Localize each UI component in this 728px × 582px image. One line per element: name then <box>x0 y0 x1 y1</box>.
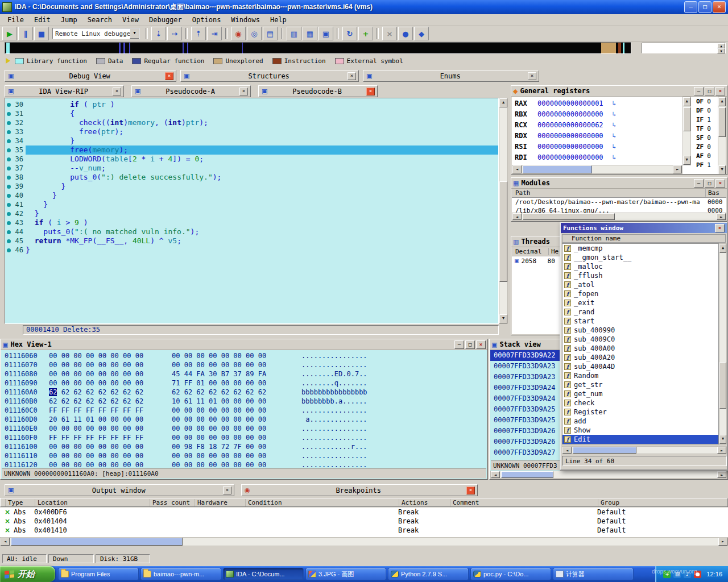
column-hex[interactable]: He <box>548 248 559 255</box>
scrollbar-thumb[interactable] <box>683 107 690 131</box>
spin-down-icon[interactable]: ▼ <box>717 48 725 53</box>
code-line[interactable]: 42 } <box>5 209 498 218</box>
register-row[interactable]: RSI0000000000000000↳ <box>515 141 680 152</box>
registers-horizontal-scrollbar[interactable]: ◄ ► <box>512 165 682 174</box>
minimize-panel-button[interactable]: – <box>694 87 704 95</box>
menu-jump[interactable]: Jump <box>56 15 82 25</box>
menu-options[interactable]: Options <box>187 15 226 25</box>
float-panel-button[interactable]: □ <box>705 87 714 95</box>
column-header-location[interactable]: Location <box>35 499 68 506</box>
scroll-left-icon[interactable]: ◄ <box>562 447 572 454</box>
register-value[interactable]: 0000000000000062 <box>537 121 603 129</box>
stop-process-button[interactable]: ■ <box>34 27 49 40</box>
hex-row[interactable]: 011160D020 61 11 01 00 00 00 0000 00 00 … <box>1 415 487 424</box>
tab-breakpoints[interactable]: ◉Breakpoints× <box>241 484 478 496</box>
function-item[interactable]: fadd <box>562 417 718 426</box>
register-value[interactable]: 0000000000000000 <box>537 153 603 161</box>
hex-row[interactable]: 011160F0FF FF FF FF FF FF FF FF00 00 00 … <box>1 433 487 442</box>
step-into-button[interactable]: ⇣ <box>151 27 166 40</box>
function-item[interactable]: fsub_400990 <box>562 326 718 335</box>
menu-windows[interactable]: Windows <box>226 15 265 25</box>
flag-row[interactable]: OF0 <box>696 98 718 107</box>
close-tab-icon[interactable]: × <box>348 72 356 80</box>
close-panel-button[interactable]: × <box>476 340 486 349</box>
code-line[interactable]: 32 check((int)memory, (int)ptr); <box>5 118 498 127</box>
register-value[interactable]: 0000000000000000 <box>537 110 603 118</box>
close-window-button[interactable]: × <box>713 1 726 13</box>
start-button[interactable]: 开始 <box>0 566 55 582</box>
function-item[interactable]: f_memcmp <box>562 244 718 253</box>
maximize-window-button[interactable]: □ <box>698 1 712 13</box>
function-name-column-header[interactable]: Function name <box>562 234 726 243</box>
column-header-condition[interactable]: Condition <box>245 499 282 506</box>
trace-window-button[interactable]: ▤ <box>263 27 278 40</box>
function-item[interactable]: fsub_400A4D <box>562 362 718 371</box>
hex-row[interactable]: 0111606000 00 00 00 00 00 00 0000 00 00 … <box>1 351 487 360</box>
flag-row[interactable]: ZF0 <box>696 143 718 152</box>
code-line[interactable]: 41 } <box>5 200 498 209</box>
flag-row[interactable]: PF1 <box>696 161 718 171</box>
scroll-left-icon[interactable]: ◄ <box>512 213 522 220</box>
code-line[interactable]: 30 if ( ptr ) <box>5 100 498 109</box>
breakpoint-list-button[interactable]: ◉ <box>231 27 246 40</box>
column-header-actions[interactable]: Actions <box>399 499 428 506</box>
flag-row[interactable]: SF0 <box>696 134 718 143</box>
flag-row[interactable]: DF0 <box>696 107 718 116</box>
code-vertical-scrollbar[interactable]: ▲ ▼ <box>499 98 508 324</box>
scroll-down-icon[interactable]: ▼ <box>499 314 507 323</box>
taskbar-button-poc-py-c-do[interactable]: poc.py - C:\Do... <box>470 568 551 580</box>
function-item[interactable]: f_atol <box>562 280 718 289</box>
scroll-right-icon[interactable]: ► <box>717 447 726 454</box>
scroll-up-icon[interactable]: ▲ <box>683 97 690 106</box>
register-row[interactable]: RDX0000000000000000↳ <box>515 130 680 141</box>
code-line[interactable]: 31 { <box>5 109 498 118</box>
registers-window-button[interactable]: ▥ <box>287 27 301 40</box>
function-item[interactable]: fsub_400A20 <box>562 353 718 362</box>
close-panel-button[interactable]: × <box>715 87 725 95</box>
register-value[interactable]: 0000000000000000 <box>537 143 603 151</box>
selected-byte[interactable]: 62 <box>49 388 57 396</box>
function-item[interactable]: f_malloc <box>562 262 718 271</box>
threads-window-button[interactable]: ▣ <box>318 27 333 40</box>
close-panel-button[interactable]: × <box>715 179 725 188</box>
flags-scrollbar[interactable]: ▲ ▼ <box>718 97 726 174</box>
code-line[interactable]: 37 --v_num; <box>5 164 498 173</box>
hex-row[interactable]: 011160E000 00 00 00 00 00 00 0000 00 00 … <box>1 424 487 433</box>
hex-row[interactable]: 011160B062 62 62 62 62 62 62 6210 61 11 … <box>1 397 487 406</box>
taskbar-button-baimao-pwn-m[interactable]: baimao---pwn-m... <box>140 568 221 580</box>
code-line[interactable]: 34 } <box>5 136 498 146</box>
menu-file[interactable]: File <box>2 15 29 25</box>
menu-debugger[interactable]: Debugger <box>144 15 187 25</box>
float-panel-button[interactable]: □ <box>705 179 714 188</box>
minimize-panel-button[interactable]: – <box>454 340 464 349</box>
close-tab-icon[interactable]: × <box>223 487 231 494</box>
code-line[interactable]: 35 free(memory); <box>5 146 498 155</box>
register-value[interactable]: 0000000000000000 <box>537 132 603 140</box>
registers-scrollbar[interactable]: ▲ ▼ <box>682 97 691 165</box>
tab-debug-view[interactable]: ▣Debug View× <box>5 70 176 82</box>
code-line[interactable]: 45 return *MK_FP(__FS__, 40LL) ^ v5; <box>5 236 498 246</box>
code-line[interactable]: 44 puts_0(":( no matched vuln info."); <box>5 227 498 236</box>
menu-help[interactable]: Help <box>265 15 292 25</box>
modules-horizontal-scrollbar[interactable]: ◄ ► <box>512 213 726 221</box>
function-item[interactable]: fShow <box>562 426 718 435</box>
breakpoint-row[interactable]: ×Abs0x400DF6BreakDefault <box>0 508 728 517</box>
hex-row[interactable]: 011160A062 62 62 62 62 62 62 6262 62 62 … <box>1 388 487 397</box>
code-line[interactable]: 43 if ( i > 9 ) <box>5 218 498 227</box>
jump-arrow-icon[interactable]: ↳ <box>613 132 617 139</box>
functions-window-titlebar[interactable]: Functions window × <box>561 223 727 233</box>
function-item[interactable]: fget_str <box>562 380 718 389</box>
dropdown-arrow-icon[interactable]: ▼ <box>130 28 139 39</box>
edit-segments-button[interactable]: ● <box>398 27 413 40</box>
scrollbar-thumb[interactable] <box>501 471 553 478</box>
function-item[interactable]: fcheck <box>562 398 718 408</box>
function-item[interactable]: fstart <box>562 317 718 326</box>
spin-up-icon[interactable]: ▲ <box>717 43 725 48</box>
taskbar-button-3-jpg[interactable]: 3.JPG - 画图 <box>305 568 386 580</box>
scroll-left-icon[interactable]: ◄ <box>512 165 522 173</box>
scroll-up-icon[interactable]: ▲ <box>499 98 507 107</box>
column-header-hardware[interactable]: Hardware <box>195 499 228 506</box>
code-line[interactable]: 40 } <box>5 191 498 200</box>
scrollbar-thumb[interactable] <box>719 362 726 409</box>
column-header-group[interactable]: Group <box>598 499 619 506</box>
